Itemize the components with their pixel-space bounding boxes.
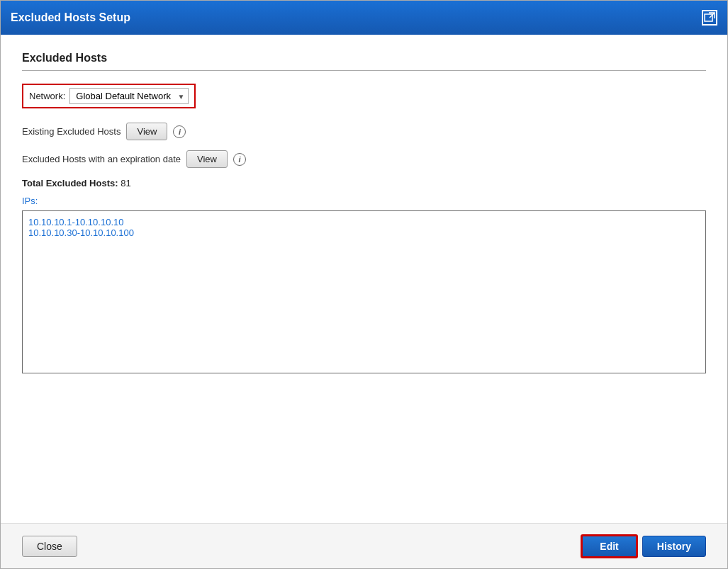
main-content: Excluded Hosts Network: Global Default N… — [1, 35, 727, 523]
total-hosts-label: Total Excluded Hosts: — [22, 178, 118, 188]
network-selector-box: Network: Global Default NetworkNetwork 1… — [22, 84, 196, 108]
footer: Close Edit History — [1, 523, 727, 568]
close-button[interactable]: Close — [22, 536, 77, 557]
expiration-hosts-info-icon[interactable]: i — [233, 153, 246, 166]
network-label: Network: — [29, 91, 65, 101]
section-title: Excluded Hosts — [22, 52, 706, 64]
existing-hosts-info-icon[interactable]: i — [173, 125, 186, 138]
existing-hosts-label: Existing Excluded Hosts — [22, 126, 121, 137]
svg-rect-0 — [705, 14, 712, 21]
section-divider — [22, 70, 706, 71]
expiration-hosts-view-button[interactable]: View — [186, 150, 228, 168]
title-bar: Excluded Hosts Setup — [1, 1, 727, 35]
edit-button[interactable]: Edit — [581, 534, 637, 558]
existing-hosts-view-button[interactable]: View — [126, 123, 167, 140]
total-hosts-value: 81 — [121, 178, 130, 188]
ips-label: IPs: — [22, 196, 706, 206]
total-hosts-row: Total Excluded Hosts: 81 — [22, 178, 706, 188]
expiration-hosts-row: Excluded Hosts with an expiration date V… — [22, 150, 706, 168]
dialog-title: Excluded Hosts Setup — [11, 11, 130, 24]
network-select-wrapper: Global Default NetworkNetwork 1Network 2 — [69, 88, 189, 104]
expiration-hosts-label: Excluded Hosts with an expiration date — [22, 154, 181, 164]
network-select[interactable]: Global Default NetworkNetwork 1Network 2 — [69, 88, 189, 104]
existing-hosts-row: Existing Excluded Hosts View i — [22, 123, 706, 140]
excluded-hosts-dialog: Excluded Hosts Setup Excluded Hosts Netw… — [0, 0, 728, 569]
right-buttons: Edit History — [581, 534, 706, 558]
popout-icon[interactable] — [702, 10, 717, 26]
history-button[interactable]: History — [642, 536, 706, 557]
ip-ranges-textarea[interactable] — [22, 210, 706, 373]
